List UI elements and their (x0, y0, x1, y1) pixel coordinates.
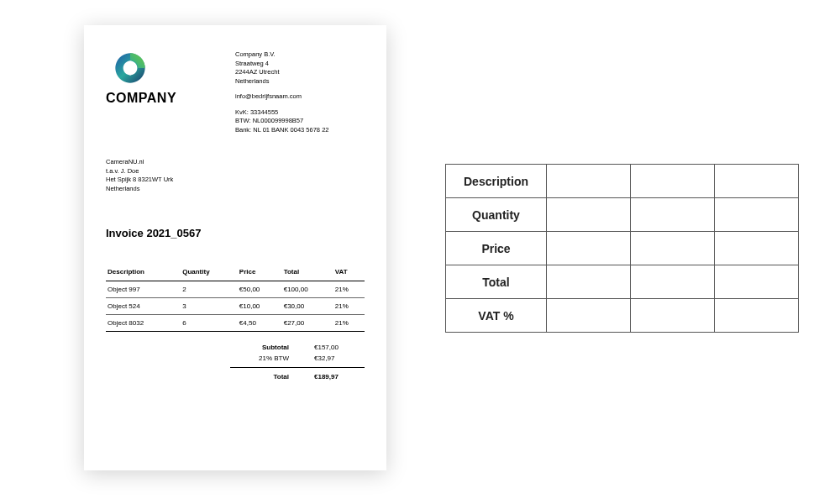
company-country: Netherlands (235, 77, 365, 87)
subtotal-row: Subtotal €157,00 (230, 342, 365, 353)
row-label: Total (446, 265, 547, 299)
empty-cell (715, 299, 799, 333)
addressee-block: CameraNU.nl t.a.v. J. Doe Het Spijk 8 83… (106, 158, 365, 193)
vat-row: 21% BTW €32,97 (230, 353, 365, 364)
total-row: Total €189,97 (230, 371, 365, 382)
table-row: VAT % (446, 299, 799, 333)
addressee-country: Netherlands (106, 185, 365, 194)
col-description: Description (106, 265, 181, 281)
table-row: Object 524 3 €10,00 €30,00 21% (106, 298, 365, 315)
company-kvk: KvK: 33344555 (235, 108, 365, 118)
company-name: Company B.V. (235, 50, 365, 60)
row-label: Quantity (446, 198, 547, 232)
row-label: Price (446, 232, 547, 265)
totals-block: Subtotal €157,00 21% BTW €32,97 Total €1… (106, 342, 365, 382)
row-label: VAT % (446, 299, 547, 333)
company-btw: BTW: NL000099998B57 (235, 117, 365, 126)
company-postcode: 2244AZ Utrecht (235, 68, 365, 77)
invoice-document: COMPANY Company B.V. Straatweg 4 2244AZ … (84, 25, 386, 470)
header: COMPANY Company B.V. Straatweg 4 2244AZ … (106, 50, 365, 134)
empty-cell (715, 232, 799, 265)
col-total: Total (282, 265, 333, 281)
col-price: Price (238, 265, 282, 281)
invoice-title: Invoice 2021_0567 (106, 227, 365, 239)
extraction-table: Description Quantity Price Total VAT % (445, 164, 799, 333)
table-row: Description (446, 165, 799, 198)
empty-cell (547, 265, 631, 299)
row-label: Description (446, 165, 547, 198)
empty-cell (631, 299, 715, 333)
company-bank: Bank: NL 01 BANK 0043 5678 22 (235, 126, 365, 135)
addressee-street: Het Spijk 8 8321WT Urk (106, 176, 365, 185)
logo-text: COMPANY (106, 91, 235, 106)
empty-cell (547, 198, 631, 232)
company-email: info@bedrijfsnaam.com (235, 92, 365, 102)
table-header-row: Description Quantity Price Total VAT (106, 265, 365, 281)
empty-cell (631, 165, 715, 198)
empty-cell (631, 198, 715, 232)
empty-cell (547, 165, 631, 198)
col-vat: VAT (333, 265, 365, 281)
table-row: Total (446, 265, 799, 299)
empty-cell (715, 198, 799, 232)
company-street: Straatweg 4 (235, 60, 365, 69)
company-details: Company B.V. Straatweg 4 2244AZ Utrecht … (235, 50, 365, 134)
empty-cell (631, 265, 715, 299)
logo-block: COMPANY (106, 50, 235, 134)
empty-cell (631, 232, 715, 265)
col-quantity: Quantity (181, 265, 238, 281)
table-row: Object 8032 6 €4,50 €27,00 21% (106, 315, 365, 332)
empty-cell (547, 299, 631, 333)
addressee-attn: t.a.v. J. Doe (106, 167, 365, 176)
table-row: Quantity (446, 198, 799, 232)
line-items-table: Description Quantity Price Total VAT Obj… (106, 265, 365, 332)
company-logo-icon (113, 50, 148, 86)
empty-cell (547, 232, 631, 265)
svg-point-0 (125, 61, 135, 76)
empty-cell (715, 165, 799, 198)
table-row: Price (446, 232, 799, 265)
empty-cell (715, 265, 799, 299)
table-row: Object 997 2 €50,00 €100,00 21% (106, 281, 365, 298)
addressee-name: CameraNU.nl (106, 158, 365, 167)
